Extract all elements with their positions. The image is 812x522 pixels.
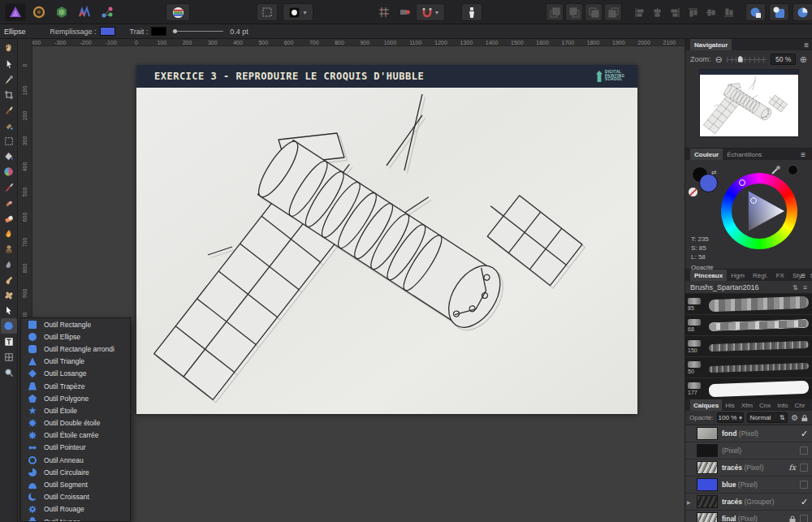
geometry-subtract-button[interactable] bbox=[769, 3, 789, 21]
mesh-warp-tool[interactable] bbox=[1, 349, 17, 365]
shape-menu-item[interactable]: Outil Losange bbox=[21, 368, 130, 380]
layer-thumbnail[interactable] bbox=[697, 495, 718, 508]
layer-visibility-checkbox[interactable] bbox=[800, 515, 808, 522]
shape-menu-item[interactable]: Outil Croissant bbox=[21, 491, 130, 503]
tone-mapping-persona-button[interactable] bbox=[75, 3, 94, 21]
move-to-back-button[interactable] bbox=[604, 3, 622, 21]
layers-tab[interactable]: Cnx bbox=[756, 399, 774, 411]
swap-colors-icon[interactable] bbox=[711, 163, 717, 178]
gradient-tool[interactable] bbox=[1, 164, 17, 179]
pixel-tool[interactable] bbox=[1, 195, 17, 210]
layers-tab[interactable]: Calques bbox=[690, 399, 722, 411]
assistant-button[interactable] bbox=[461, 3, 482, 21]
layer-thumbnail[interactable] bbox=[697, 444, 718, 457]
layers-tab[interactable]: His bbox=[722, 399, 738, 411]
hue-marker[interactable] bbox=[739, 179, 745, 186]
snap-preset-button[interactable] bbox=[396, 3, 414, 21]
panel-menu-icon[interactable] bbox=[801, 271, 806, 280]
grid-toggle-button[interactable] bbox=[375, 3, 393, 21]
shape-menu-item[interactable]: Outil Ellipse bbox=[21, 330, 130, 343]
view-tool[interactable] bbox=[1, 41, 17, 56]
eraser-tool[interactable] bbox=[1, 210, 17, 226]
export-persona-button[interactable] bbox=[97, 3, 117, 21]
geometry-add-button[interactable] bbox=[745, 3, 766, 21]
shape-menu-item[interactable]: Outil Nuage bbox=[21, 516, 130, 522]
move-to-front-button[interactable] bbox=[546, 3, 564, 21]
layer-row[interactable]: (Pixel) bbox=[685, 442, 812, 459]
layer-row[interactable]: fond (Pixel) bbox=[685, 425, 812, 442]
color-wheel[interactable] bbox=[721, 173, 797, 249]
shape-menu-item[interactable]: Outil Anneau bbox=[21, 454, 130, 466]
snapping-button[interactable]: ▼ bbox=[416, 3, 445, 21]
brushes-tab[interactable]: Pinceaux bbox=[690, 270, 727, 281]
layer-row[interactable]: tracés (Pixel) fx bbox=[685, 459, 812, 476]
color-tab[interactable]: Échantillons bbox=[723, 149, 766, 160]
navigator-thumbnail[interactable]: EXERCICE 3 - REPRODUIRE LE CROQUIS D'HUB… bbox=[700, 70, 798, 136]
zoom-in-button[interactable] bbox=[800, 54, 807, 65]
color-picker-tool[interactable] bbox=[1, 71, 17, 87]
shape-menu-item[interactable]: Outil Double étoile bbox=[21, 417, 130, 429]
shape-menu-item[interactable]: Outil Étoile bbox=[21, 404, 130, 416]
document-canvas[interactable] bbox=[136, 88, 637, 414]
selection-toggle-button[interactable] bbox=[257, 3, 278, 21]
brushes-tab[interactable]: Hgm bbox=[727, 270, 749, 281]
expand-arrow-icon[interactable] bbox=[687, 499, 693, 505]
brushes-tab[interactable]: Sto bbox=[806, 270, 812, 281]
move-backward-button[interactable] bbox=[585, 3, 603, 21]
layer-settings-icon[interactable] bbox=[791, 413, 798, 422]
zoom-value[interactable]: 50 % bbox=[771, 54, 795, 65]
align-bottom-button[interactable] bbox=[719, 3, 737, 21]
layer-thumbnail[interactable] bbox=[697, 512, 718, 522]
align-right-button[interactable] bbox=[666, 3, 684, 21]
clone-stamp-tool[interactable] bbox=[1, 241, 17, 257]
layers-opacity-select[interactable]: 100 % bbox=[717, 412, 744, 423]
zoom-slider-handle[interactable] bbox=[738, 56, 743, 63]
shape-menu-item[interactable]: Outil Rectangle bbox=[21, 318, 130, 330]
brush-item[interactable]: 50 bbox=[685, 357, 812, 378]
layer-row[interactable]: final (Pixel) bbox=[685, 511, 812, 522]
zoom-out-button[interactable] bbox=[715, 54, 723, 65]
layer-fx-badge[interactable]: fx bbox=[789, 464, 796, 472]
blend-mode-select[interactable]: Normal bbox=[747, 412, 788, 423]
layer-row[interactable]: blue (Pixel) bbox=[685, 477, 812, 493]
layer-row[interactable]: tracés (Grouper) bbox=[685, 494, 812, 510]
zoom-slider[interactable] bbox=[727, 57, 767, 63]
layer-thumbnail[interactable] bbox=[697, 478, 718, 491]
fill-mode-button[interactable]: ▼ bbox=[283, 3, 313, 21]
layer-visibility-checkbox[interactable] bbox=[800, 429, 808, 438]
no-color-icon[interactable] bbox=[689, 188, 698, 196]
brush-category-select[interactable]: Brushs_Spartan2016 bbox=[685, 281, 812, 294]
brush-item[interactable]: 150 bbox=[685, 336, 812, 357]
blur-sharpen-tool[interactable] bbox=[1, 257, 17, 272]
align-left-button[interactable] bbox=[630, 3, 648, 21]
color-tab[interactable]: Couleur bbox=[690, 149, 723, 160]
panel-menu-icon[interactable] bbox=[801, 150, 806, 159]
brush-item[interactable]: 177 bbox=[685, 378, 812, 399]
photo-persona-button[interactable] bbox=[5, 3, 26, 21]
zoom-tool[interactable] bbox=[1, 365, 17, 380]
move-tool[interactable] bbox=[1, 56, 17, 71]
stroke-swatch[interactable] bbox=[151, 27, 166, 36]
tab-navigator[interactable]: Navigateur bbox=[690, 39, 732, 50]
flood-select-tool[interactable] bbox=[1, 118, 17, 133]
brushes-tab[interactable]: FX bbox=[772, 270, 788, 281]
lock-icon[interactable] bbox=[801, 414, 808, 422]
paint-brush-tool[interactable] bbox=[1, 179, 17, 195]
picked-color-well[interactable] bbox=[788, 165, 798, 175]
brushes-tab[interactable]: Régl. bbox=[749, 270, 772, 281]
text-tool[interactable] bbox=[1, 334, 17, 349]
shape-menu-item[interactable]: Outil Rouage bbox=[21, 503, 130, 516]
develop-persona-button[interactable] bbox=[52, 3, 71, 21]
shape-menu-item[interactable]: Outil Étoile carrée bbox=[21, 429, 130, 442]
layers-tab[interactable]: Info bbox=[774, 399, 791, 411]
fill-swatch[interactable] bbox=[100, 27, 115, 36]
shape-menu-item[interactable]: Outil Segment bbox=[21, 478, 130, 490]
document[interactable]: EXERCICE 3 - REPRODUIRE LE CROQUIS D'HUB… bbox=[136, 65, 637, 414]
shape-menu-item[interactable]: Outil Polygone bbox=[21, 392, 130, 404]
shape-menu-item[interactable]: Outil Rectangle arrondi bbox=[21, 343, 130, 355]
selection-brush-tool[interactable] bbox=[1, 102, 17, 118]
smudge-tool[interactable] bbox=[1, 272, 17, 287]
align-center-button[interactable] bbox=[648, 3, 666, 21]
geometry-divide-button[interactable] bbox=[793, 3, 812, 21]
layer-thumbnail[interactable] bbox=[697, 427, 718, 440]
